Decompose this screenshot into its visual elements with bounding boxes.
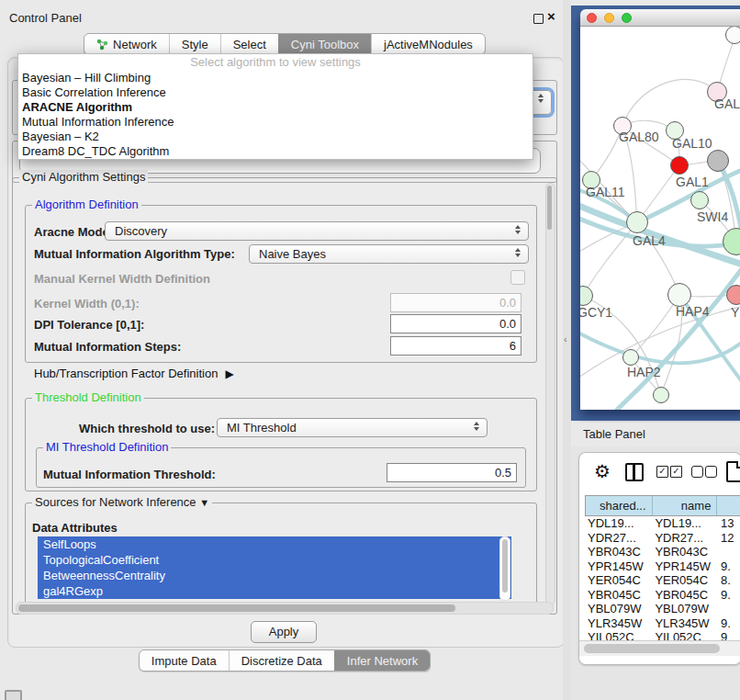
gear-icon[interactable]: ⚙ — [594, 460, 611, 482]
table-cell[interactable]: 9. — [718, 616, 740, 631]
attributes-list-scrollbar[interactable] — [499, 536, 510, 601]
table-cell[interactable]: YBL079W — [585, 602, 652, 616]
unchecked-checkbox-icon[interactable] — [691, 466, 703, 478]
expanded-arrow-icon[interactable]: ▼ — [199, 497, 209, 508]
which-threshold-combobox[interactable]: MI Threshold — [217, 418, 488, 437]
network-node-gal4[interactable] — [626, 211, 648, 233]
table-cell[interactable]: 9. — [718, 588, 740, 603]
checked-checkbox-icon[interactable]: ✓ — [656, 466, 668, 478]
table-cell[interactable]: YPR145W — [652, 559, 718, 574]
table-cell[interactable]: YPR145W — [585, 559, 652, 574]
mi-algorithm-type-combobox[interactable]: Naive Bayes — [249, 244, 529, 264]
minimize-window-icon[interactable] — [604, 13, 614, 23]
table-cell[interactable]: 13 — [718, 516, 740, 531]
checked-checkbox-icon[interactable]: ✓ — [670, 466, 682, 478]
close-panel-icon[interactable]: × — [547, 8, 555, 24]
hub-definition-section[interactable]: Hub/Transcription Factor Definition▶ — [34, 367, 234, 380]
network-canvas[interactable]: GAL7GAL80GAL10GAL1SWI4GAL11GAL4GCY1HAP4Y… — [580, 27, 740, 410]
mi-threshold-field[interactable]: 0.5 — [387, 463, 517, 482]
algorithm-option-bayesian-k2[interactable]: Bayesian – K2 — [18, 130, 533, 144]
table-cell[interactable]: YDR27... — [585, 531, 652, 546]
table-cell[interactable]: YBR045C — [585, 588, 652, 603]
network-node-y[interactable] — [726, 285, 740, 305]
attribute-item-selfloops[interactable]: SelfLoops — [38, 536, 511, 552]
unchecked-checkbox-icon[interactable] — [705, 466, 717, 478]
table-row[interactable]: YBL079WYBL079W — [585, 602, 740, 616]
data-attributes-list[interactable]: SelfLoopsTopologicalCoefficientBetweenne… — [38, 536, 511, 599]
dpi-tolerance-field[interactable]: 0.0 — [390, 314, 521, 333]
column-header-shared[interactable]: shared... — [586, 496, 653, 515]
network-node-swi4[interactable] — [690, 191, 709, 209]
attributes-list-scrollbar-thumb[interactable] — [502, 539, 508, 593]
tab-cyni-toolbox[interactable]: Cyni Toolbox — [278, 34, 371, 54]
tab-jactivemnodules[interactable]: jActiveMNodules — [371, 34, 485, 54]
attribute-item-betweennesscentrality[interactable]: BetweennessCentrality — [38, 568, 511, 583]
float-panel-icon[interactable] — [533, 14, 544, 24]
table-cell[interactable]: YLR345W — [585, 616, 652, 631]
algorithm-option-basic-correlation-inference[interactable]: Basic Correlation Inference — [18, 85, 533, 100]
close-window-icon[interactable] — [587, 13, 597, 23]
settings-horizontal-scrollbar-thumb[interactable] — [18, 604, 455, 612]
tab-network[interactable]: Network — [84, 34, 169, 54]
algorithm-option-bayesian-hill-climbing[interactable]: Bayesian – Hill Climbing — [18, 71, 533, 85]
bottom-tab-infer-network[interactable]: Infer Network — [334, 650, 430, 671]
table-cell[interactable]: YLR345W — [652, 616, 718, 631]
attribute-item-topologicalcoefficient[interactable]: TopologicalCoefficient — [38, 552, 511, 568]
panel-dock-icon[interactable] — [5, 690, 22, 700]
table-cell[interactable] — [718, 602, 740, 616]
bottom-tab-impute-data[interactable]: Impute Data — [140, 650, 229, 671]
mi-steps-field[interactable]: 6 — [390, 336, 521, 356]
table-cell[interactable]: YBR045C — [652, 588, 718, 603]
network-node[interactable] — [653, 387, 669, 403]
table-row[interactable]: YLR345WYLR345W9. — [585, 616, 740, 631]
table-row[interactable]: YDL19...YDL19...13 — [585, 516, 740, 531]
apply-button[interactable]: Apply — [251, 621, 317, 643]
table-row[interactable]: YBR043CYBR043C — [585, 545, 740, 559]
column-header-name[interactable]: name — [653, 496, 718, 515]
table-row[interactable]: YDR27...YDR27...12 — [585, 531, 740, 546]
table-horizontal-scrollbar[interactable] — [579, 640, 740, 656]
algorithm-option-dream8-dc-tdc-algorithm[interactable]: Dream8 DC_TDC Algorithm — [18, 144, 533, 159]
collapsed-arrow-icon[interactable]: ▶ — [225, 367, 233, 380]
network-node-gal1[interactable] — [670, 156, 689, 175]
table-cell[interactable]: YER054C — [585, 573, 652, 588]
settings-vertical-scrollbar[interactable] — [545, 183, 555, 605]
split-columns-icon[interactable] — [625, 463, 644, 481]
column-header-col3[interactable] — [717, 496, 740, 515]
algorithm-option-mutual-information-inference[interactable]: Mutual Information Inference — [18, 115, 533, 130]
aracne-mode-combobox[interactable]: Discovery — [105, 221, 529, 241]
tab-style[interactable]: Style — [169, 34, 220, 54]
document-icon[interactable] — [726, 461, 740, 482]
table-horizontal-scrollbar-thumb[interactable] — [584, 644, 720, 653]
manual-kernel-width-checkbox[interactable] — [510, 270, 525, 285]
bottom-tab-discretize-data[interactable]: Discretize Data — [229, 650, 334, 671]
panel-splitter[interactable]: ‹ — [563, 0, 571, 700]
table-cell[interactable]: YBR043C — [585, 545, 652, 559]
table-cell[interactable]: YDL19... — [652, 516, 718, 531]
table-cell[interactable]: YBL079W — [652, 602, 718, 616]
table-cell[interactable]: 9. — [718, 559, 740, 574]
tab-select[interactable]: Select — [220, 34, 278, 54]
dpi-tolerance-label: DPI Tolerance [0,1]: — [34, 318, 144, 332]
table-cell[interactable]: YER054C — [652, 573, 718, 588]
table-cell[interactable]: YBR043C — [652, 545, 718, 559]
network-node-hap2[interactable] — [622, 349, 639, 366]
settings-vertical-scrollbar-thumb[interactable] — [547, 186, 552, 230]
table-row[interactable]: YPR145WYPR145W9. — [585, 559, 740, 574]
network-node[interactable] — [725, 27, 740, 44]
kernel-width-field[interactable]: 0.0 — [390, 293, 521, 312]
network-node[interactable] — [707, 150, 729, 172]
table-cell[interactable]: YDL19... — [585, 516, 652, 531]
table-cell[interactable]: YDR27... — [652, 531, 718, 546]
table-row[interactable]: YBR045CYBR045C9. — [585, 588, 740, 603]
splitter-arrow-icon[interactable]: ‹ — [564, 333, 567, 344]
zoom-window-icon[interactable] — [622, 13, 632, 23]
table-row[interactable]: YER054CYER054C8. — [585, 573, 740, 588]
attribute-item-gal4rgexp[interactable]: gal4RGexp — [38, 583, 511, 599]
table-cell[interactable]: 12 — [718, 531, 740, 546]
settings-horizontal-scrollbar[interactable] — [16, 602, 554, 615]
network-view-window[interactable]: GAL7GAL80GAL10GAL1SWI4GAL11GAL4GCY1HAP4Y… — [580, 9, 740, 410]
table-cell[interactable] — [718, 545, 740, 559]
algorithm-option-aracne-algorithm[interactable]: ARACNE Algorithm — [18, 100, 533, 115]
table-cell[interactable]: 8. — [718, 573, 740, 588]
